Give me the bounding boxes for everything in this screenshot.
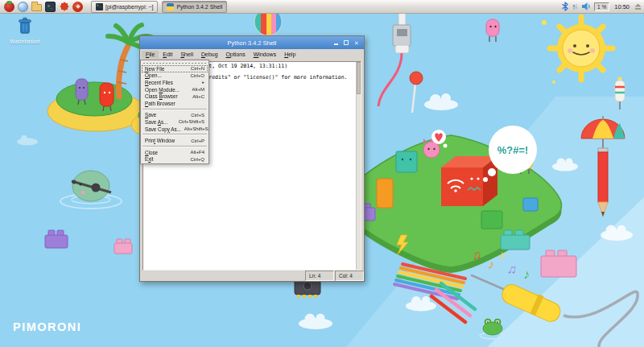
menu-item-label: Open Module... (145, 87, 180, 93)
window-titlebar[interactable]: Python 3.4.2 Shell ✕ (140, 36, 364, 49)
orange-block (377, 179, 393, 208)
svg-text:♪: ♪ (523, 267, 530, 281)
task-label: [pi@raspberrypi: ~] (105, 4, 153, 10)
menu-item-save-as[interactable]: Save As...Ctrl+Shift+S (142, 118, 208, 126)
teal-cube (396, 151, 417, 172)
menu-item-label: Save As... (145, 119, 167, 125)
menu-item-accelerator: Alt+F4 (190, 150, 204, 155)
window-title: Python 3.4.2 Shell (140, 39, 364, 47)
menu-item-accelerator: Ctrl+N (191, 66, 204, 71)
menu-item-recent-files[interactable]: Recent Files▸ (142, 79, 208, 86)
red-wifi-cube (441, 156, 497, 206)
volume-icon[interactable] (582, 2, 591, 11)
menu-debug[interactable]: Debug (197, 51, 222, 58)
menu-item-accelerator: Ctrl+S (191, 113, 204, 118)
scrollbar[interactable] (356, 62, 361, 270)
clock[interactable]: 10:50 (614, 3, 630, 10)
svg-text:♫: ♫ (506, 262, 518, 277)
task-button-area: [pi@raspberrypi: ~]Python 3.4.2 Shell (91, 1, 227, 13)
raspberry-menu-icon[interactable] (4, 2, 14, 12)
python-mini-icon (167, 3, 174, 10)
task-label: Python 3.4.2 Shell (176, 4, 222, 10)
eject-icon[interactable] (634, 2, 642, 10)
menu-separator (142, 146, 207, 147)
minimize-button[interactable] (332, 39, 339, 47)
wastebasket-icon (17, 17, 33, 35)
maximize-button[interactable] (343, 39, 349, 47)
scrollbar-thumb[interactable] (357, 62, 361, 94)
menu-item-class-browser[interactable]: Class BrowserAlt+C (142, 93, 208, 100)
menu-item-accelerator: Ctrl+O (190, 73, 204, 78)
menu-item-print-window[interactable]: Print WindowCtrl+P (142, 137, 208, 144)
blue-cube (523, 198, 538, 211)
menu-item-label: Recent Files (145, 80, 173, 85)
file-menu-dropdown: New FileCtrl+NOpen...Ctrl+ORecent Files▸… (140, 60, 209, 164)
menu-item-label: Exit (145, 156, 154, 162)
window-controls: ✕ (332, 39, 364, 47)
menu-item-accelerator: Alt+M (192, 87, 204, 92)
menu-item-open-module[interactable]: Open Module...Alt+M (142, 86, 208, 93)
menu-item-accelerator: Alt+Shift+S (184, 126, 208, 131)
bluetooth-icon[interactable] (562, 2, 568, 11)
menu-item-save-copy-as[interactable]: Save Copy As...Alt+Shift+S (142, 126, 208, 133)
menu-item-label: Close (145, 150, 158, 155)
menu-item-accelerator: Alt+C (192, 94, 204, 99)
status-bar: Ln: 4 Col: 4 (140, 271, 364, 281)
menu-item-label: New File (145, 66, 165, 72)
taskbar-task-button[interactable]: Python 3.4.2 Shell (162, 1, 227, 13)
menu-item-new-file[interactable]: New FileCtrl+N (142, 65, 208, 72)
menu-item-close[interactable]: CloseAlt+F4 (142, 149, 208, 156)
file-manager-icon[interactable] (31, 4, 42, 11)
menu-file[interactable]: File (142, 51, 159, 58)
status-line: Ln: 4 (305, 271, 334, 281)
system-tray: 1 % 10:50 (562, 2, 642, 11)
menu-item-label: Save (145, 112, 156, 118)
taskbar: [pi@raspberrypi: ~]Python 3.4.2 Shell 1 … (0, 0, 644, 14)
menu-item-accelerator: Ctrl+Q (190, 157, 204, 162)
close-button[interactable]: ✕ (353, 39, 360, 47)
terminal-icon[interactable] (45, 2, 56, 12)
menu-item-label: Save Copy As... (145, 126, 181, 132)
menu-item-save[interactable]: SaveCtrl+S (142, 112, 208, 119)
menu-bar: FileEditShellDebugOptionsWindowsHelp (140, 49, 364, 60)
menu-edit[interactable]: Edit (159, 51, 176, 58)
idle-shell-window: Python 3.4.2 Shell ✕ FileEditShellDebugO… (139, 35, 365, 282)
taskbar-task-button[interactable]: [pi@raspberrypi: ~] (91, 1, 158, 13)
web-browser-icon[interactable] (18, 2, 28, 12)
menu-separator (142, 109, 207, 110)
desktop-screen: ♫ ♪ ♪ ♫ ♪ (0, 0, 644, 347)
menu-help[interactable]: Help (280, 51, 299, 58)
menu-item-accelerator: Ctrl+P (191, 138, 204, 143)
terminal-mini-icon (96, 3, 103, 10)
menu-item-exit[interactable]: ExitCtrl+Q (142, 156, 208, 163)
menu-item-path-browser[interactable]: Path Browser (142, 100, 208, 107)
menu-options[interactable]: Options (222, 51, 250, 58)
green-cube (481, 211, 502, 229)
menu-item-label: Print Window (145, 138, 175, 143)
menu-item-label: Open... (145, 72, 162, 78)
wastebasket-desktop-icon[interactable]: Wastebasket (6, 17, 43, 44)
menu-item-open[interactable]: Open...Ctrl+O (142, 72, 208, 80)
submenu-arrow-icon: ▸ (202, 80, 204, 85)
menu-item-label: Class Browser (145, 93, 178, 99)
menu-separator (142, 134, 207, 135)
status-col: Col: 4 (335, 271, 364, 281)
menu-shell[interactable]: Shell (176, 51, 197, 58)
menu-item-label: Path Browser (145, 101, 175, 106)
menu-item-accelerator: Ctrl+Shift+S (179, 119, 204, 124)
launcher-area (2, 2, 85, 12)
mathematica-icon[interactable] (59, 2, 69, 12)
wolfram-icon[interactable] (72, 2, 83, 12)
network-icon[interactable] (572, 2, 579, 11)
pimoroni-logo: PIMORONI (13, 320, 81, 333)
wastebasket-label: Wastebasket (6, 39, 43, 44)
speech-bubble-text: %?#=! (497, 144, 529, 156)
menu-windows[interactable]: Windows (250, 51, 280, 58)
cpu-usage-monitor[interactable]: 1 % (594, 2, 609, 11)
menu-tearoff[interactable] (143, 61, 206, 64)
